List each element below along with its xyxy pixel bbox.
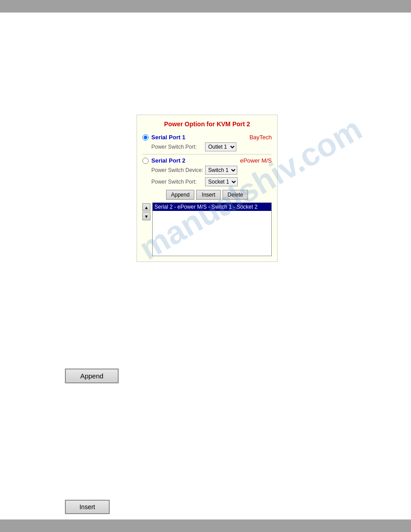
serial-port-2-device-field-row: Power Switch Device: Switch 1 Switch 2 bbox=[151, 166, 272, 175]
serial-port-1-field-label: Power Switch Port: bbox=[151, 144, 205, 150]
page-content: Power Option for KVM Port 2 Serial Port … bbox=[0, 13, 411, 519]
serial-port-2-row: Serial Port 2 ePower M/S bbox=[142, 157, 272, 164]
serial-port-1-select[interactable]: Outlet 1 Outlet 2 Outlet 3 bbox=[205, 142, 236, 151]
list-container: ▲ ▼ Serial 2 - ePower M/S - Switch 1 - S… bbox=[142, 202, 272, 256]
action-buttons-row: Append Insert Delete bbox=[142, 190, 272, 200]
separator-1 bbox=[142, 154, 272, 154]
serial-port-2-port-field-row: Power Switch Port: Socket 1 Socket 2 Soc… bbox=[151, 177, 272, 186]
large-insert-button[interactable]: Insert bbox=[65, 500, 110, 514]
dialog-box: Power Option for KVM Port 2 Serial Port … bbox=[137, 115, 278, 262]
list-arrows: ▲ ▼ bbox=[142, 203, 150, 220]
serial-port-2-device-label: Power Switch Device: bbox=[151, 167, 205, 173]
serial-port-2-label: Serial Port 2 bbox=[151, 157, 235, 164]
serial-port-1-radio[interactable] bbox=[142, 134, 149, 141]
append-button[interactable]: Append bbox=[166, 190, 194, 200]
list-item[interactable]: Serial 2 - ePower M/S - Switch 1 - Socke… bbox=[153, 203, 271, 211]
insert-button[interactable]: Insert bbox=[196, 190, 221, 200]
serial-port-1-row: Serial Port 1 BayTech bbox=[142, 134, 272, 141]
list-box[interactable]: Serial 2 - ePower M/S - Switch 1 - Socke… bbox=[152, 202, 272, 256]
serial-port-1-brand: BayTech bbox=[249, 134, 272, 141]
large-append-button[interactable]: Append bbox=[65, 369, 119, 383]
serial-port-1-label: Serial Port 1 bbox=[151, 134, 245, 141]
serial-port-2-brand: ePower M/S bbox=[240, 157, 272, 164]
dialog-title: Power Option for KVM Port 2 bbox=[142, 120, 272, 128]
serial-port-2-device-select[interactable]: Switch 1 Switch 2 bbox=[205, 166, 237, 175]
arrow-up-button[interactable]: ▲ bbox=[142, 203, 150, 211]
top-bar bbox=[0, 0, 411, 13]
delete-button[interactable]: Delete bbox=[223, 190, 248, 200]
serial-port-2-port-select[interactable]: Socket 1 Socket 2 Socket 3 bbox=[205, 177, 238, 186]
serial-port-1-field-row: Power Switch Port: Outlet 1 Outlet 2 Out… bbox=[151, 142, 272, 151]
serial-port-2-port-label: Power Switch Port: bbox=[151, 179, 205, 185]
arrow-down-button[interactable]: ▼ bbox=[142, 212, 150, 220]
bottom-bar bbox=[0, 519, 411, 532]
serial-port-2-radio[interactable] bbox=[142, 158, 149, 164]
